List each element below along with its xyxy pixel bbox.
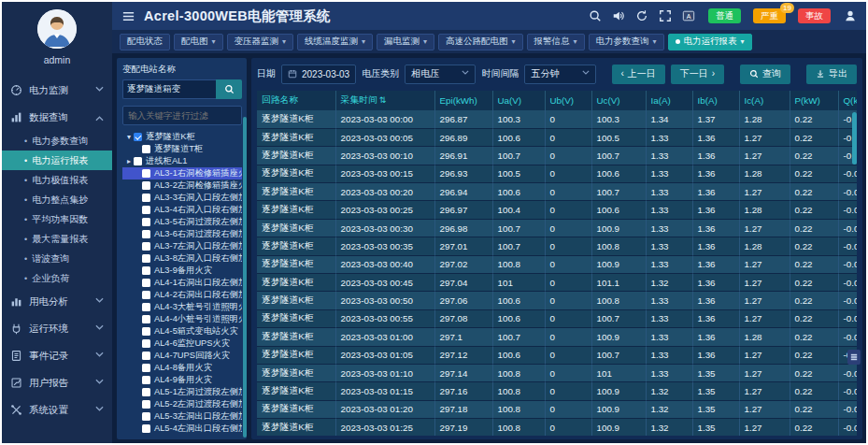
tree-node-AL4-3大桩号引道照明火灾[interactable]: AL4-3大桩号引道照明火灾 — [122, 301, 242, 313]
table-row[interactable]: 逐梦隧道K柜2023-03-03 00:00296.87100.30100.31… — [257, 110, 857, 128]
table-row[interactable]: 逐梦隧道K柜2023-03-03 00:40297.02100.80100.91… — [257, 255, 857, 273]
tab-漏电监测[interactable]: 漏电监测▾ — [377, 34, 434, 50]
tree-node-AL3-6右洞过渡段右侧加强照明火灾[interactable]: AL3-6右洞过渡段右侧加强照明火灾 — [122, 228, 242, 240]
tab-电力运行报表[interactable]: 电力运行报表▾ — [668, 34, 752, 50]
speaker-icon[interactable] — [612, 9, 625, 22]
tree-checkbox[interactable] — [142, 424, 150, 433]
tree-node-AL4-5箱式变电站火灾[interactable]: AL4-5箱式变电站火灾 — [122, 325, 242, 337]
tree-checkbox[interactable] — [142, 254, 150, 263]
tree-checkbox[interactable] — [142, 145, 150, 153]
sidebar-subitem-谐波查询[interactable]: •谐波查询 — [2, 249, 112, 268]
sidebar-item-用电分析[interactable]: 用电分析 — [2, 288, 112, 315]
tree-checkbox[interactable] — [142, 206, 150, 214]
tree-checkbox[interactable] — [142, 352, 150, 360]
tree-checkbox[interactable] — [142, 279, 150, 287]
tab-报警信息[interactable]: 报警信息▾ — [527, 34, 585, 50]
interval-select[interactable]: 五分钟 — [524, 65, 595, 84]
alarm-button-普通[interactable]: 普通 — [708, 8, 741, 23]
tree-checkbox[interactable] — [142, 400, 150, 409]
column-header-Q(kVar)[interactable]: Q(kVar) — [838, 91, 857, 110]
refresh-icon[interactable] — [635, 9, 648, 22]
table-row[interactable]: 逐梦隧道K柜2023-03-03 00:25296.97100.40100.61… — [257, 201, 857, 219]
tree-node-AL4-8备用火灾[interactable]: AL4-8备用火灾 — [122, 362, 242, 374]
table-row[interactable]: 逐梦隧道K柜2023-03-03 01:20297.18100.80100.91… — [257, 400, 857, 418]
station-search-button[interactable] — [216, 79, 242, 99]
column-header-回路名称[interactable]: 回路名称 — [257, 91, 335, 110]
sidebar-subitem-电力极值报表[interactable]: •电力极值报表 — [2, 170, 112, 190]
table-row[interactable]: 逐梦隧道K柜2023-03-03 00:10296.91100.70100.71… — [257, 147, 857, 165]
tree-node-AL4-1右洞出口段左侧加强照明火灾[interactable]: AL4-1右洞出口段左侧加强照明火灾 — [122, 277, 242, 289]
tree-node-AL4-4小桩号引道照明火灾[interactable]: AL4-4小桩号引道照明火灾 — [122, 313, 242, 325]
sidebar-item-运行环境[interactable]: 运行环境 — [2, 315, 112, 342]
table-row[interactable]: 逐梦隧道K柜2023-03-03 01:15297.16100.80100.91… — [257, 382, 857, 400]
sidebar-item-数据查询[interactable]: 数据查询 — [2, 104, 112, 131]
tree-checkbox[interactable] — [134, 133, 142, 141]
tree-node-AL4-2右洞出口段右侧加强照明火灾[interactable]: AL4-2右洞出口段右侧加强照明火灾 — [122, 289, 242, 301]
column-header-Ua(V)[interactable]: Ua(V) — [492, 91, 545, 110]
tree-checkbox[interactable] — [142, 194, 150, 202]
table-row[interactable]: 逐梦隧道K柜2023-03-03 01:25297.19100.80100.91… — [257, 419, 857, 436]
export-button[interactable]: 导出 — [806, 65, 857, 84]
next-day-button[interactable]: 下一日 › — [671, 65, 724, 84]
table-row[interactable]: 逐梦隧道K柜2023-03-03 00:20296.94100.60100.71… — [257, 183, 857, 201]
column-header-采集时间[interactable]: 采集时间⇅ — [335, 91, 434, 110]
search-icon[interactable] — [589, 9, 602, 22]
translate-icon[interactable]: A — [682, 9, 695, 22]
tree-node-AL3-9备用火灾[interactable]: AL3-9备用火灾 — [122, 265, 242, 277]
tree-checkbox[interactable] — [134, 157, 142, 165]
table-row[interactable]: 逐梦隧道K柜2023-03-03 00:50297.06100.60100.81… — [257, 292, 857, 309]
tree-node-逐梦隧道T柜[interactable]: 逐梦隧道T柜 — [122, 143, 242, 155]
column-header-Ub(V)[interactable]: Ub(V) — [545, 91, 591, 110]
caret-right-icon[interactable]: ▸ — [124, 158, 134, 165]
tree-checkbox[interactable] — [142, 181, 150, 190]
sidebar-subitem-电力运行报表[interactable]: •电力运行报表 — [2, 151, 112, 170]
tree-node-AL3-1右洞检修箱插座火灾[interactable]: AL3-1右洞检修箱插座火灾 — [122, 167, 242, 179]
tree-checkbox[interactable] — [142, 339, 150, 348]
tree-node-AL3-7左洞入口段左侧加强照明火灾[interactable]: AL3-7左洞入口段左侧加强照明火灾 — [122, 240, 242, 252]
sidebar-item-电力监测[interactable]: 电力监测 — [2, 77, 112, 104]
table-row[interactable]: 逐梦隧道K柜2023-03-03 00:35297.01100.70100.81… — [257, 237, 857, 255]
date-picker[interactable]: 2023-03-03 — [281, 65, 356, 84]
sidebar-subitem-企业负荷[interactable]: •企业负荷 — [2, 268, 112, 288]
query-button[interactable]: 查询 — [740, 65, 790, 84]
tree-scrollbar[interactable] — [243, 117, 247, 438]
table-row[interactable]: 逐梦隧道K柜2023-03-03 01:05297.12100.60100.71… — [257, 346, 857, 364]
table-row[interactable]: 逐梦隧道K柜2023-03-03 01:10297.14100.801011.3… — [257, 364, 857, 381]
table-row[interactable]: 逐梦隧道K柜2023-03-03 00:45297.041010101.11.3… — [257, 274, 857, 292]
column-header-Epi(kWh)[interactable]: Epi(kWh) — [434, 91, 492, 110]
tree-node-AL5-4左洞出口段右侧加强照明火灾[interactable]: AL5-4左洞出口段右侧加强照明火灾 — [122, 423, 242, 435]
column-header-Uc(V)[interactable]: Uc(V) — [591, 91, 646, 110]
caret-down-icon[interactable]: ▾ — [124, 134, 134, 141]
tree-node-AL3-2左洞检修箱插座火灾[interactable]: AL3-2左洞检修箱插座火灾 — [122, 179, 242, 192]
tree-node-AL5-5备用火灾[interactable]: AL5-5备用火灾 — [122, 435, 242, 436]
tree-node-AL5-3左洞出口段左侧加强照明火灾[interactable]: AL5-3左洞出口段左侧加强照明火灾 — [122, 410, 242, 423]
tree-node-AL4-6监控UPS火灾[interactable]: AL4-6监控UPS火灾 — [122, 337, 242, 350]
tree-filter-input[interactable] — [122, 106, 242, 125]
table-row[interactable]: 逐梦隧道K柜2023-03-03 00:15296.93100.50100.61… — [257, 165, 857, 182]
tree-checkbox[interactable] — [142, 376, 150, 384]
tree-checkbox[interactable] — [142, 303, 150, 311]
tree-node-进线柜AL1[interactable]: ▸进线柜AL1 — [122, 155, 242, 167]
tree-checkbox[interactable] — [142, 169, 150, 178]
tree-node-AL3-8左洞入口段右侧加强照明火灾[interactable]: AL3-8左洞入口段右侧加强照明火灾 — [122, 252, 242, 265]
tree-node-AL3-5右洞过渡段左侧加强照明火灾[interactable]: AL3-5右洞过渡段左侧加强照明火灾 — [122, 216, 242, 228]
tab-高速公路配电图[interactable]: 高速公路配电图▾ — [438, 34, 523, 50]
table-row[interactable]: 逐梦隧道K柜2023-03-03 00:30296.98100.70100.91… — [257, 219, 857, 237]
column-header-Ia(A)[interactable]: Ia(A) — [646, 91, 692, 110]
tree-node-AL3-3右洞入口段左侧加强照明火灾[interactable]: AL3-3右洞入口段左侧加强照明火灾 — [122, 192, 242, 204]
tree-checkbox[interactable] — [142, 266, 150, 275]
tab-变压器监测[interactable]: 变压器监测▾ — [227, 34, 294, 50]
sidebar-item-事件记录[interactable]: 事件记录 — [2, 342, 112, 369]
alarm-button-事故[interactable]: 事故 — [798, 8, 831, 23]
column-header-P(kW)[interactable]: P(kW) — [790, 91, 838, 110]
tab-电力参数查询[interactable]: 电力参数查询▾ — [589, 34, 664, 50]
tree-node-AL4-7UPS回路火灾[interactable]: AL4-7UPS回路火灾 — [122, 350, 242, 362]
sidebar-item-用户报告[interactable]: 用户报告 — [2, 369, 112, 396]
table-row[interactable]: 逐梦隧道K柜2023-03-03 00:55297.08100.60100.71… — [257, 309, 857, 327]
tree-checkbox[interactable] — [142, 315, 150, 323]
tab-线缆温度监测[interactable]: 线缆温度监测▾ — [297, 34, 373, 50]
tree-checkbox[interactable] — [142, 388, 150, 396]
sort-icon[interactable]: ⇅ — [379, 95, 387, 105]
tree-checkbox[interactable] — [142, 291, 150, 299]
tree-node-逐梦隧道K柜[interactable]: ▾逐梦隧道K柜 — [122, 131, 242, 143]
